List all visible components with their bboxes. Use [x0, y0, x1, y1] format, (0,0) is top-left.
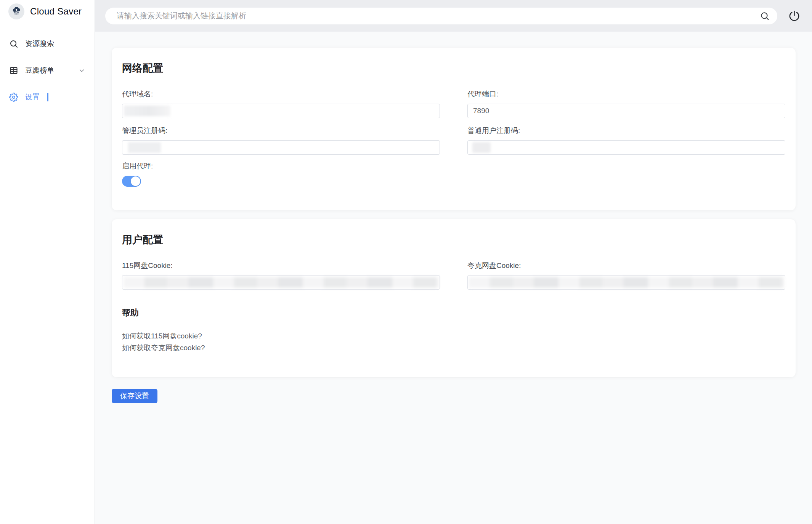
global-search-bar [105, 8, 777, 24]
search-icon [9, 39, 18, 48]
network-config-card: 网络配置 代理域名: 代理端口: [112, 48, 796, 210]
help-link-quark-cookie[interactable]: 如何获取夸克网盘cookie? [122, 342, 205, 354]
user-register-code-label: 普通用户注册码: [467, 126, 785, 135]
save-settings-button[interactable]: 保存设置 [112, 389, 157, 403]
text-caret [47, 93, 48, 101]
admin-register-code-input[interactable] [122, 140, 440, 155]
power-icon [788, 10, 800, 22]
sidebar-item-label: 资源搜索 [25, 39, 54, 49]
help-title: 帮助 [122, 307, 785, 319]
user-config-form: 115网盘Cookie: 夸克网盘Cookie: [122, 261, 785, 290]
cookie-quark-label: 夸克网盘Cookie: [467, 261, 785, 270]
user-register-code-field: 普通用户注册码: [467, 126, 785, 155]
cookie-quark-input[interactable] [467, 275, 785, 290]
main-area: 网络配置 代理域名: 代理端口: [95, 0, 812, 524]
app-window: Cloud Saver 资源搜索 豆瓣榜单 [0, 0, 812, 524]
sidebar-item-label: 豆瓣榜单 [25, 66, 54, 75]
cookie-quark-field: 夸克网盘Cookie: [467, 261, 785, 290]
sidebar-item-resource-search[interactable]: 资源搜索 [0, 33, 95, 54]
search-icon[interactable] [760, 11, 770, 21]
proxy-port-input[interactable] [467, 104, 785, 118]
settings-page: 网络配置 代理域名: 代理端口: [95, 32, 812, 524]
sidebar-item-settings[interactable]: 设置 [0, 87, 95, 108]
top-bar [95, 0, 812, 32]
grid-icon [9, 66, 18, 75]
logout-power-button[interactable] [786, 8, 802, 24]
network-config-title: 网络配置 [122, 61, 785, 76]
app-title: Cloud Saver [30, 6, 82, 17]
proxy-domain-label: 代理域名: [122, 90, 440, 99]
cookie-115-field: 115网盘Cookie: [122, 261, 440, 290]
user-config-card: 用户配置 115网盘Cookie: 夸克网盘Cookie: [112, 219, 796, 377]
proxy-domain-input[interactable] [122, 104, 440, 118]
cookie-115-input[interactable] [122, 275, 440, 290]
user-register-code-input[interactable] [467, 140, 785, 155]
help-link-115-cookie[interactable]: 如何获取115网盘cookie? [122, 330, 202, 342]
enable-proxy-field: 启用代理: [122, 162, 785, 187]
sidebar-item-label: 设置 [25, 92, 40, 102]
sidebar-nav: 资源搜索 豆瓣榜单 设置 [0, 23, 95, 108]
chevron-down-icon [78, 67, 85, 74]
cloud-saver-logo-icon [8, 3, 24, 19]
enable-proxy-label: 启用代理: [122, 162, 785, 171]
search-input[interactable] [105, 11, 777, 20]
proxy-port-field: 代理端口: [467, 90, 785, 118]
network-config-form: 代理域名: 代理端口: 管理员注册码: [122, 90, 785, 155]
enable-proxy-toggle[interactable] [122, 176, 141, 187]
sidebar-item-douban-list[interactable]: 豆瓣榜单 [0, 60, 95, 81]
admin-register-code-field: 管理员注册码: [122, 126, 440, 155]
toggle-knob [131, 176, 140, 186]
proxy-port-label: 代理端口: [467, 90, 785, 99]
app-logo-row: Cloud Saver [0, 0, 95, 23]
user-config-title: 用户配置 [122, 232, 785, 247]
cookie-115-label: 115网盘Cookie: [122, 261, 440, 270]
sidebar: Cloud Saver 资源搜索 豆瓣榜单 [0, 0, 95, 524]
proxy-domain-field: 代理域名: [122, 90, 440, 118]
admin-register-code-label: 管理员注册码: [122, 126, 440, 135]
gear-icon [9, 93, 18, 102]
